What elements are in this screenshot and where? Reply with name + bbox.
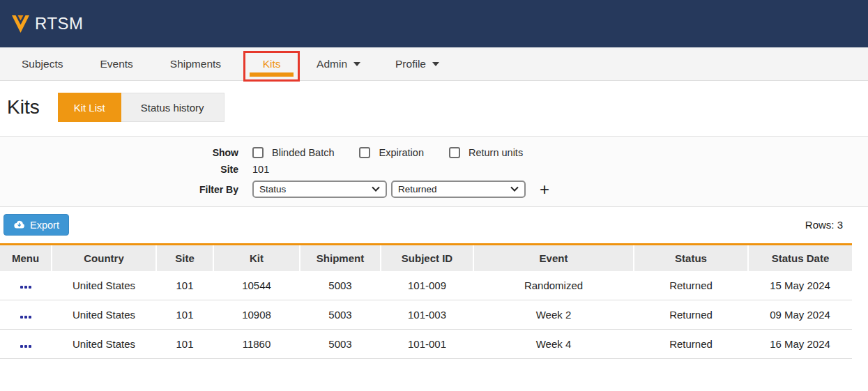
cell-status: Returned: [634, 300, 748, 330]
cell-country: United States: [52, 330, 156, 359]
cell-shipment: 5003: [300, 330, 381, 359]
col-header-site: Site: [156, 245, 213, 271]
tab-subjects[interactable]: Subjects: [22, 58, 63, 70]
brand-text: RTSM: [35, 14, 84, 33]
chevron-down-icon: [510, 183, 518, 191]
checkbox-icon[interactable]: [449, 147, 460, 158]
cell-status-date: 15 May 2024: [748, 271, 852, 300]
cell-kit: 10908: [213, 300, 300, 330]
cell-kit: 10544: [213, 271, 300, 300]
active-tab-underline: [250, 72, 294, 77]
page-header: Kits Kit List Status history: [7, 93, 868, 122]
caret-down-icon: [353, 62, 360, 66]
caret-down-icon: [432, 62, 439, 66]
row-menu-icon[interactable]: [19, 283, 33, 291]
filter-by-row: Filter By Status Returned +: [0, 181, 868, 198]
table-row: United States 101 11860 5003 101-001 Wee…: [0, 330, 852, 359]
cell-status-date: 09 May 2024: [748, 300, 852, 330]
filter-value-select[interactable]: Returned: [391, 181, 526, 198]
table-toolbar: Export Rows: 3: [3, 214, 843, 236]
tab-events[interactable]: Events: [100, 58, 132, 70]
view-switcher: Kit List Status history: [58, 93, 224, 122]
tab-kits[interactable]: Kits: [263, 58, 281, 70]
export-button[interactable]: Export: [3, 214, 69, 236]
col-header-status: Status: [634, 245, 748, 271]
row-menu-icon[interactable]: [19, 342, 33, 351]
col-header-kit: Kit: [213, 245, 300, 271]
cell-subject-id: 101-009: [381, 271, 473, 300]
cell-event: Randomized: [473, 271, 634, 300]
show-filter-row: Show Blinded Batch Expiration Return uni…: [0, 147, 868, 158]
row-menu-icon[interactable]: [19, 313, 33, 321]
brand-logo[interactable]: RTSM: [11, 14, 84, 33]
filter-panel: Show Blinded Batch Expiration Return uni…: [0, 136, 868, 207]
tab-profile[interactable]: Profile: [395, 58, 439, 70]
row-menu-cell: [0, 271, 52, 300]
checkbox-icon[interactable]: [359, 147, 370, 158]
col-header-country: Country: [52, 245, 156, 271]
page-title: Kits: [7, 96, 40, 118]
rows-count: Rows: 3: [805, 219, 843, 231]
veeva-v-icon: [11, 14, 30, 33]
cell-site: 101: [156, 300, 213, 330]
cell-subject-id: 101-003: [381, 300, 473, 330]
checkbox-expiration[interactable]: Expiration: [359, 147, 423, 158]
table-header-row: Menu Country Site Kit Shipment Subject I…: [0, 245, 852, 271]
tab-admin[interactable]: Admin: [317, 58, 360, 70]
checkbox-blinded-batch[interactable]: Blinded Batch: [252, 147, 334, 158]
cell-status-date: 16 May 2024: [748, 330, 852, 359]
view-tab-kit-list[interactable]: Kit List: [58, 93, 121, 122]
site-label: Site: [0, 164, 238, 175]
site-value: 101: [252, 164, 269, 175]
cell-subject-id: 101-001: [381, 330, 473, 359]
show-label: Show: [0, 147, 238, 158]
primary-nav: Subjects Events Shipments Kits Admin Pro…: [0, 47, 868, 81]
tab-shipments[interactable]: Shipments: [170, 58, 221, 70]
col-header-event: Event: [473, 245, 634, 271]
cell-site: 101: [156, 271, 213, 300]
cell-event: Week 4: [473, 330, 634, 359]
kit-list-table: Menu Country Site Kit Shipment Subject I…: [0, 243, 852, 359]
cloud-download-icon: [13, 220, 25, 229]
cell-status: Returned: [634, 330, 748, 359]
chevron-down-icon: [372, 183, 379, 191]
cell-country: United States: [52, 271, 156, 300]
filter-by-label: Filter By: [0, 184, 238, 195]
table-row: United States 101 10908 5003 101-003 Wee…: [0, 300, 852, 330]
col-header-menu: Menu: [0, 245, 52, 271]
cell-status: Returned: [634, 271, 748, 300]
row-menu-cell: [0, 330, 52, 359]
table-row: United States 101 10544 5003 101-009 Ran…: [0, 271, 852, 300]
checkbox-return-units[interactable]: Return units: [449, 147, 523, 158]
app-header: RTSM: [0, 0, 868, 47]
col-header-shipment: Shipment: [300, 245, 381, 271]
add-filter-button[interactable]: +: [540, 183, 549, 197]
cell-country: United States: [52, 300, 156, 330]
cell-event: Week 2: [473, 300, 634, 330]
filter-field-select[interactable]: Status: [252, 181, 387, 198]
col-header-status-date: Status Date: [748, 245, 852, 271]
view-tab-status-history[interactable]: Status history: [121, 93, 224, 122]
checkbox-icon[interactable]: [252, 147, 264, 158]
cell-site: 101: [156, 330, 213, 359]
tab-kits-annotation-box[interactable]: Kits: [243, 51, 300, 82]
cell-kit: 11860: [213, 330, 300, 359]
col-header-subject-id: Subject ID: [381, 245, 473, 271]
cell-shipment: 5003: [300, 271, 381, 300]
cell-shipment: 5003: [300, 300, 381, 330]
site-filter-row: Site 101: [0, 164, 868, 175]
row-menu-cell: [0, 300, 52, 330]
